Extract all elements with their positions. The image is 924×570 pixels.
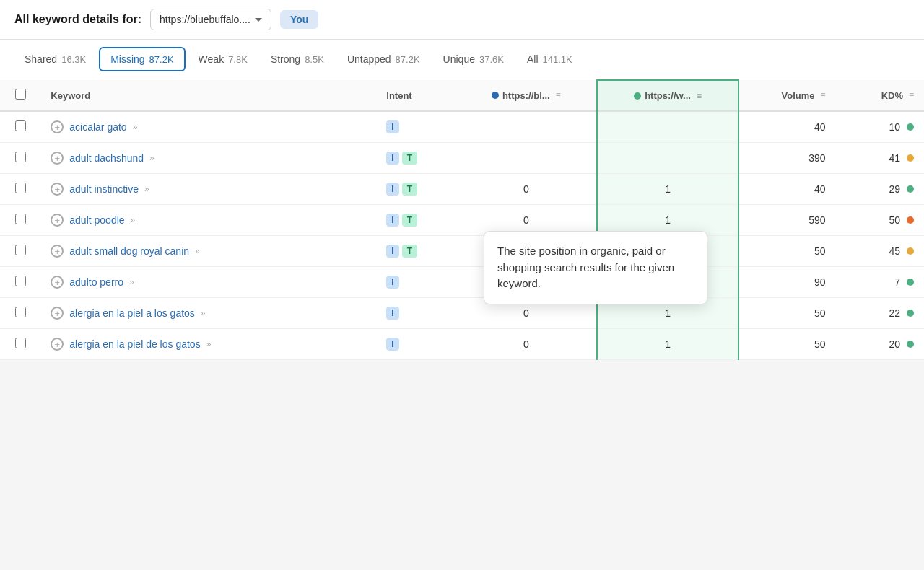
site2-position-cell: 1 (597, 236, 738, 267)
tab-weak-label: Weak (199, 53, 225, 65)
col-header-site2[interactable]: https://w... ≡ (597, 80, 738, 111)
tab-strong-label: Strong (271, 53, 300, 65)
table-row: + alergia en la piel de los gatos » I015… (0, 329, 924, 360)
row-checkbox-0[interactable] (15, 120, 26, 131)
plus-icon[interactable]: + (51, 307, 64, 320)
row-checkbox-cell (0, 298, 40, 329)
plus-icon[interactable]: + (51, 338, 64, 351)
site1-position-cell (456, 143, 597, 174)
kd-dot (907, 279, 914, 286)
volume-cell: 40 (738, 111, 836, 143)
plus-icon[interactable]: + (51, 214, 64, 227)
keyword-cell: + adult dachshund » (40, 143, 376, 174)
col-site2-label: https://w... (645, 90, 691, 101)
tab-untapped-count: 87.2K (396, 54, 420, 65)
keyword-cell: + adult instinctive » (40, 174, 376, 205)
site2-dot (634, 92, 641, 100)
col-keyword-label: Keyword (51, 90, 90, 101)
volume-cell: 50 (738, 329, 836, 360)
col-header-kd[interactable]: KD% ≡ (836, 80, 924, 111)
kd-cell: 7 (836, 267, 924, 298)
col-site1-label: https://bl... (502, 90, 550, 101)
plus-icon[interactable]: + (51, 152, 64, 165)
page-title: All keyword details for: (14, 13, 141, 26)
kd-dot (907, 310, 914, 317)
row-checkbox-5[interactable] (15, 276, 26, 286)
row-checkbox-1[interactable] (15, 152, 26, 162)
tab-all[interactable]: All 141.1K (517, 48, 583, 70)
keyword-cell: + adulto perro » (40, 267, 376, 298)
tab-all-label: All (527, 53, 539, 65)
intent-cell: I (376, 329, 456, 360)
row-checkbox-4[interactable] (15, 245, 26, 255)
site1-position-cell: 0 (456, 329, 597, 360)
keyword-cell: + acicalar gato » (40, 111, 376, 143)
plus-icon[interactable]: + (51, 120, 64, 133)
col-header-site1[interactable]: https://bl... ≡ (456, 80, 597, 111)
intent-cell: IT (376, 143, 456, 174)
row-checkbox-2[interactable] (15, 183, 26, 193)
site1-position-cell (456, 111, 597, 143)
intent-cell: I (376, 111, 456, 143)
kd-filter-icon[interactable]: ≡ (909, 90, 914, 100)
kd-dot (907, 247, 914, 255)
keyword-link[interactable]: alergia en la piel a los gatos (69, 307, 195, 319)
keyword-link[interactable]: adult small dog royal canin (69, 245, 189, 257)
row-checkbox-7[interactable] (15, 338, 26, 348)
table-row: + adult instinctive » IT014029 (0, 174, 924, 205)
kd-dot (907, 341, 914, 348)
domain-selector[interactable]: https://bluebuffalo.... (150, 9, 271, 30)
tab-shared[interactable]: Shared 16.3K (14, 48, 96, 70)
intent-badge-i: I (386, 276, 398, 289)
volume-cell: 590 (738, 205, 836, 236)
tab-shared-label: Shared (25, 53, 57, 65)
row-checkbox-6[interactable] (15, 307, 26, 317)
tab-untapped[interactable]: Untapped 87.2K (337, 48, 430, 70)
site2-position-cell: 1 (597, 298, 738, 329)
volume-filter-icon[interactable]: ≡ (821, 90, 826, 100)
keyword-link[interactable]: alergia en la piel de los gatos (69, 338, 200, 350)
plus-icon[interactable]: + (51, 245, 64, 258)
table-row: + adult dachshund » IT39041 (0, 143, 924, 174)
tab-missing[interactable]: Missing 87.2K (99, 47, 185, 71)
tab-weak[interactable]: Weak 7.8K (188, 48, 258, 70)
you-badge[interactable]: You (280, 10, 318, 29)
keyword-link[interactable]: adult dachshund (69, 152, 144, 164)
row-checkbox-cell (0, 111, 40, 143)
site1-position-cell: 0 (456, 298, 597, 329)
kd-cell: 22 (836, 298, 924, 329)
site1-filter-icon[interactable]: ≡ (556, 90, 561, 100)
keyword-table: Keyword Intent https://bl... ≡ (0, 79, 924, 360)
col-header-volume[interactable]: Volume ≡ (738, 80, 836, 111)
tab-unique[interactable]: Unique 37.6K (433, 48, 514, 70)
intent-badge-t: T (402, 214, 417, 227)
intent-cell: I (376, 298, 456, 329)
tab-untapped-label: Untapped (347, 53, 391, 65)
col-header-select-all[interactable] (0, 80, 40, 111)
kd-cell: 45 (836, 236, 924, 267)
volume-cell: 50 (738, 298, 836, 329)
site2-position-cell: 1 (597, 205, 738, 236)
kd-dot (907, 154, 914, 162)
keyword-link[interactable]: adult instinctive (69, 183, 139, 195)
keyword-link[interactable]: adulto perro (69, 276, 123, 288)
keyword-link[interactable]: acicalar gato (69, 121, 126, 133)
plus-icon[interactable]: + (51, 276, 64, 289)
table-row: + acicalar gato » I4010 (0, 111, 924, 143)
intent-badge-t: T (402, 245, 417, 258)
intent-badge-i: I (386, 214, 398, 227)
row-checkbox-3[interactable] (15, 214, 26, 224)
tabs-bar: Shared 16.3K Missing 87.2K Weak 7.8K Str… (0, 40, 924, 79)
intent-badge-i: I (386, 338, 398, 351)
kd-cell: 50 (836, 205, 924, 236)
site2-filter-icon[interactable]: ≡ (697, 91, 702, 101)
site2-position-cell: 1 (597, 267, 738, 298)
intent-badge-i: I (386, 183, 398, 196)
keyword-link[interactable]: adult poodle (69, 214, 124, 226)
select-all-checkbox[interactable] (15, 89, 26, 100)
plus-icon[interactable]: + (51, 183, 64, 196)
intent-badge-i: I (386, 152, 398, 165)
tab-strong[interactable]: Strong 8.5K (261, 48, 334, 70)
header: All keyword details for: https://bluebuf… (0, 0, 924, 40)
site2-position-cell: 1 (597, 329, 738, 360)
